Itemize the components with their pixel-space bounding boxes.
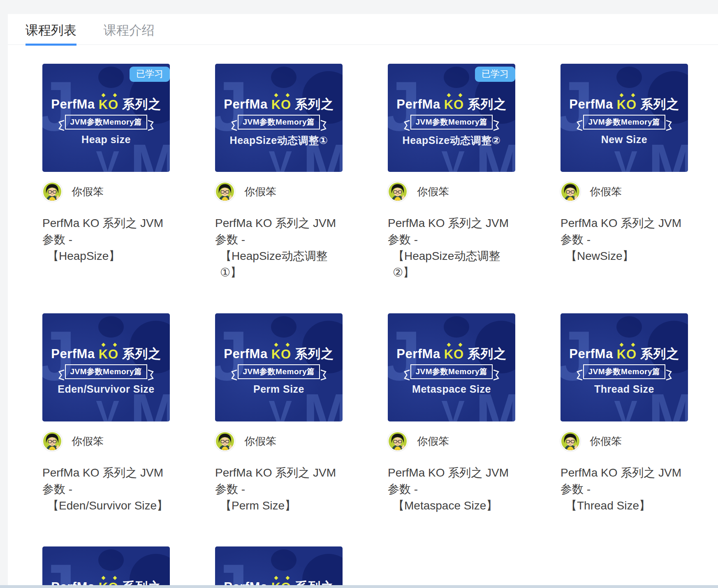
course-title[interactable]: PerfMa KO 系列之 JVM 参数 - 【Perm Size】: [215, 465, 343, 514]
thumb-decor-circle: [271, 549, 296, 571]
ko-dot-icon: [113, 576, 117, 580]
tab-course-intro[interactable]: 课程介绍: [104, 23, 155, 44]
course-meta-row: 你假笨: [215, 431, 343, 451]
brand-series: 系列之: [122, 96, 161, 113]
course-meta-row: 你假笨: [215, 182, 343, 201]
thumb-decor-circle: [616, 316, 642, 338]
author-name: 你假笨: [244, 434, 276, 449]
thumb-bg-letter-v: V: [614, 396, 637, 421]
author-avatar: [215, 182, 235, 201]
course-thumbnail-subtitle: Eden/Survivor Size: [42, 383, 170, 395]
thumb-decor-circle: [444, 316, 469, 338]
ribbon-text: JVM参数Memory篇: [583, 364, 666, 379]
bottom-edge-bar: [0, 585, 718, 588]
author-avatar: [388, 431, 408, 451]
course-title[interactable]: PerfMa KO 系列之 JVM 参数 - 【HeapSize动态调整②】: [388, 215, 515, 281]
ribbon-banner: JVM参数Memory篇: [388, 364, 515, 379]
ribbon-text: JVM参数Memory篇: [65, 364, 148, 379]
course-thumbnail[interactable]: J V M PerfMa KO 系列之 JVM参数Memory篇 CodeCac…: [42, 546, 170, 588]
thumb-bg-letter-v: V: [441, 146, 465, 172]
course-card[interactable]: J V M PerfMa KO 系列之 JVM参数Memory篇 HeapSiz…: [215, 64, 343, 281]
course-meta-row: 你假笨: [42, 431, 170, 451]
author-name: 你假笨: [72, 185, 104, 199]
ribbon-text: JVM参数Memory篇: [583, 115, 666, 130]
thumb-bg-letter-v: V: [96, 146, 119, 172]
ribbon-tail-left-icon: [58, 369, 65, 381]
brand-ko: KO: [444, 346, 464, 362]
course-thumbnail[interactable]: J V M PerfMa KO 系列之 JVM参数Memory篇 HeapSiz…: [215, 64, 343, 172]
perfma-ko-logo: PerfMa KO 系列之: [42, 96, 170, 113]
thumb-decor-circle: [98, 67, 124, 88]
brand-perfma: PerfMa: [224, 97, 267, 112]
course-title-line2: 【HeapSize】: [42, 248, 170, 264]
course-thumbnail[interactable]: J V M PerfMa KO 系列之 JVM参数Memory篇 Eden/Su…: [42, 313, 170, 421]
course-meta-row: 你假笨: [561, 182, 688, 201]
course-title[interactable]: PerfMa KO 系列之 JVM 参数 - 【HeapSize动态调整①】: [215, 215, 343, 281]
author-name: 你假笨: [244, 185, 276, 199]
ribbon-banner: JVM参数Memory篇: [215, 115, 343, 130]
course-card[interactable]: J V M PerfMa KO 系列之 JVM参数Memory篇 Thread …: [561, 313, 688, 514]
course-meta-row: 你假笨: [561, 431, 688, 451]
thumb-decor-circle: [98, 549, 124, 571]
course-card[interactable]: J V M PerfMa KO 系列之 JVM参数Memory篇 CodeCac…: [42, 546, 170, 588]
ribbon-text: JVM参数Memory篇: [238, 115, 320, 130]
author-avatar: [42, 182, 62, 201]
course-thumbnail[interactable]: J V M PerfMa KO 系列之 JVM参数Memory篇 Thread …: [561, 313, 688, 421]
thumb-bg-letter-v: V: [96, 396, 119, 421]
thumb-decor-circle: [444, 67, 469, 88]
course-card[interactable]: J V M PerfMa KO 系列之 JVM参数Memory篇 Heap si…: [42, 64, 170, 281]
ribbon-banner: JVM参数Memory篇: [42, 364, 170, 379]
ko-dot-icon: [285, 576, 290, 580]
course-title-line2: 【HeapSize动态调整②】: [388, 248, 515, 281]
course-title[interactable]: PerfMa KO 系列之 JVM 参数 - 【Eden/Survivor Si…: [42, 465, 170, 514]
thumb-bg-letter-v: V: [269, 396, 292, 421]
course-card[interactable]: J V M PerfMa KO 系列之 JVM参数Memory篇 New Siz…: [561, 64, 688, 281]
perfma-ko-logo: PerfMa KO 系列之: [561, 96, 688, 113]
brand-series: 系列之: [640, 96, 679, 113]
ribbon-tail-left-icon: [577, 369, 583, 381]
course-card[interactable]: J V M PerfMa KO 系列之 JVM参数Memory篇 Metaspa…: [388, 313, 515, 514]
course-title[interactable]: PerfMa KO 系列之 JVM 参数 - 【NewSize】: [561, 215, 688, 264]
ko-dot-icon: [274, 93, 278, 97]
course-title-line1: PerfMa KO 系列之 JVM 参数 -: [388, 215, 515, 248]
course-thumbnail[interactable]: J V M PerfMa KO 系列之 JVM参数Memory篇 Heap si…: [42, 64, 170, 172]
course-title[interactable]: PerfMa KO 系列之 JVM 参数 - 【Metaspace Size】: [388, 465, 515, 514]
perfma-ko-logo: PerfMa KO 系列之: [42, 345, 170, 363]
course-thumbnail[interactable]: J V M PerfMa KO 系列之 JVM参数Memory篇 堆外内存: [215, 546, 343, 588]
course-card[interactable]: J V M PerfMa KO 系列之 JVM参数Memory篇 Perm Si…: [215, 313, 343, 514]
course-card[interactable]: J V M PerfMa KO 系列之 JVM参数Memory篇 HeapSiz…: [388, 64, 515, 281]
ko-dot-icon: [101, 576, 105, 580]
course-thumbnail-subtitle: Heap size: [42, 134, 170, 146]
thumb-bg-letter-v: V: [614, 146, 637, 172]
brand-perfma: PerfMa: [569, 347, 613, 361]
course-thumbnail-subtitle: Metaspace Size: [388, 383, 515, 395]
brand-series: 系列之: [122, 345, 161, 363]
course-title[interactable]: PerfMa KO 系列之 JVM 参数 - 【HeapSize】: [42, 215, 170, 264]
author-name: 你假笨: [417, 434, 449, 449]
course-title[interactable]: PerfMa KO 系列之 JVM 参数 - 【Thread Size】: [561, 465, 688, 514]
course-thumbnail[interactable]: J V M PerfMa KO 系列之 JVM参数Memory篇 HeapSiz…: [388, 64, 515, 172]
ribbon-banner: JVM参数Memory篇: [42, 115, 170, 130]
course-title-line1: PerfMa KO 系列之 JVM 参数 -: [42, 465, 170, 498]
author-name: 你假笨: [590, 185, 622, 199]
course-thumbnail[interactable]: J V M PerfMa KO 系列之 JVM参数Memory篇 Perm Si…: [215, 313, 343, 421]
thumb-decor-circle: [616, 67, 642, 88]
ribbon-tail-right-icon: [148, 120, 154, 131]
course-thumbnail[interactable]: J V M PerfMa KO 系列之 JVM参数Memory篇 New Siz…: [561, 64, 688, 172]
ko-dot-icon: [113, 343, 117, 347]
brand-perfma: PerfMa: [396, 347, 440, 361]
course-card[interactable]: J V M PerfMa KO 系列之 JVM参数Memory篇 堆外内存: [215, 546, 343, 588]
ribbon-tail-right-icon: [666, 120, 672, 131]
tab-course-list[interactable]: 课程列表: [25, 23, 76, 46]
brand-ko: KO: [617, 97, 637, 112]
tab-bar: 课程列表 课程介绍: [8, 14, 718, 45]
brand-series: 系列之: [640, 345, 679, 363]
ko-dot-icon: [101, 93, 105, 97]
course-card[interactable]: J V M PerfMa KO 系列之 JVM参数Memory篇 Eden/Su…: [42, 313, 170, 514]
learned-badge: 已学习: [130, 67, 170, 82]
course-thumbnail[interactable]: J V M PerfMa KO 系列之 JVM参数Memory篇 Metaspa…: [388, 313, 515, 421]
course-meta-row: 你假笨: [388, 182, 515, 201]
course-title-line1: PerfMa KO 系列之 JVM 参数 -: [215, 465, 343, 498]
brand-series: 系列之: [295, 345, 334, 363]
course-title-line2: 【Metaspace Size】: [388, 498, 515, 514]
